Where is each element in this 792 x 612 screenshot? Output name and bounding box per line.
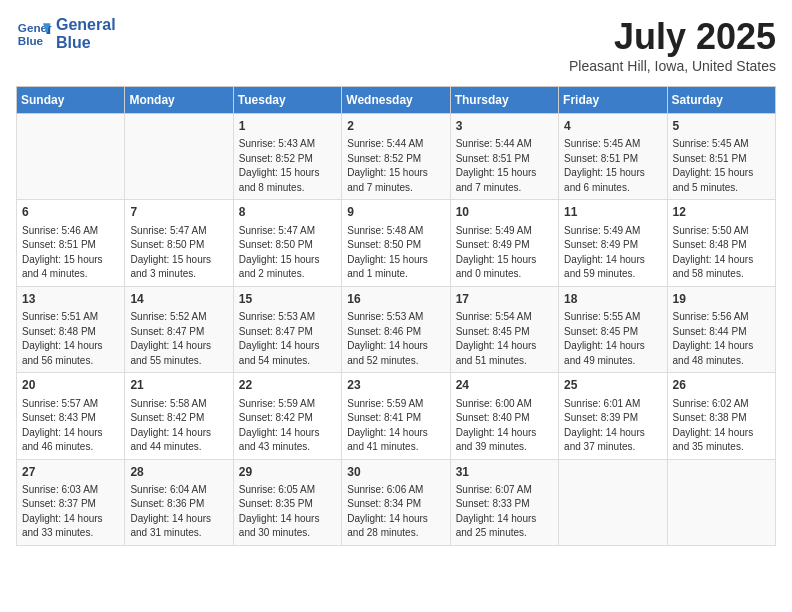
calendar-cell: 4Sunrise: 5:45 AM Sunset: 8:51 PM Daylig… [559,114,667,200]
day-number: 17 [456,291,553,308]
calendar-cell: 2Sunrise: 5:44 AM Sunset: 8:52 PM Daylig… [342,114,450,200]
calendar-week-row: 20Sunrise: 5:57 AM Sunset: 8:43 PM Dayli… [17,373,776,459]
cell-info: Sunrise: 6:04 AM Sunset: 8:36 PM Dayligh… [130,483,227,541]
weekday-header-wednesday: Wednesday [342,87,450,114]
cell-info: Sunrise: 5:59 AM Sunset: 8:42 PM Dayligh… [239,397,336,455]
calendar-cell: 24Sunrise: 6:00 AM Sunset: 8:40 PM Dayli… [450,373,558,459]
calendar-cell: 8Sunrise: 5:47 AM Sunset: 8:50 PM Daylig… [233,200,341,286]
calendar-cell: 21Sunrise: 5:58 AM Sunset: 8:42 PM Dayli… [125,373,233,459]
day-number: 4 [564,118,661,135]
calendar-cell: 6Sunrise: 5:46 AM Sunset: 8:51 PM Daylig… [17,200,125,286]
cell-info: Sunrise: 5:54 AM Sunset: 8:45 PM Dayligh… [456,310,553,368]
day-number: 18 [564,291,661,308]
calendar-cell: 19Sunrise: 5:56 AM Sunset: 8:44 PM Dayli… [667,286,775,372]
logo-blue: Blue [56,34,116,52]
calendar-cell: 28Sunrise: 6:04 AM Sunset: 8:36 PM Dayli… [125,459,233,545]
day-number: 14 [130,291,227,308]
svg-text:Blue: Blue [18,34,44,47]
calendar-cell: 3Sunrise: 5:44 AM Sunset: 8:51 PM Daylig… [450,114,558,200]
day-number: 3 [456,118,553,135]
cell-info: Sunrise: 6:07 AM Sunset: 8:33 PM Dayligh… [456,483,553,541]
cell-info: Sunrise: 6:02 AM Sunset: 8:38 PM Dayligh… [673,397,770,455]
day-number: 23 [347,377,444,394]
cell-info: Sunrise: 6:05 AM Sunset: 8:35 PM Dayligh… [239,483,336,541]
calendar-cell: 14Sunrise: 5:52 AM Sunset: 8:47 PM Dayli… [125,286,233,372]
calendar-cell: 1Sunrise: 5:43 AM Sunset: 8:52 PM Daylig… [233,114,341,200]
cell-info: Sunrise: 5:56 AM Sunset: 8:44 PM Dayligh… [673,310,770,368]
cell-info: Sunrise: 5:43 AM Sunset: 8:52 PM Dayligh… [239,137,336,195]
calendar-header: SundayMondayTuesdayWednesdayThursdayFrid… [17,87,776,114]
calendar-week-row: 13Sunrise: 5:51 AM Sunset: 8:48 PM Dayli… [17,286,776,372]
day-number: 27 [22,464,119,481]
weekday-header-row: SundayMondayTuesdayWednesdayThursdayFrid… [17,87,776,114]
cell-info: Sunrise: 6:03 AM Sunset: 8:37 PM Dayligh… [22,483,119,541]
cell-info: Sunrise: 5:57 AM Sunset: 8:43 PM Dayligh… [22,397,119,455]
weekday-header-tuesday: Tuesday [233,87,341,114]
cell-info: Sunrise: 5:49 AM Sunset: 8:49 PM Dayligh… [564,224,661,282]
day-number: 20 [22,377,119,394]
weekday-header-saturday: Saturday [667,87,775,114]
weekday-header-sunday: Sunday [17,87,125,114]
day-number: 10 [456,204,553,221]
cell-info: Sunrise: 6:06 AM Sunset: 8:34 PM Dayligh… [347,483,444,541]
cell-info: Sunrise: 5:48 AM Sunset: 8:50 PM Dayligh… [347,224,444,282]
day-number: 5 [673,118,770,135]
weekday-header-friday: Friday [559,87,667,114]
day-number: 9 [347,204,444,221]
calendar-cell: 30Sunrise: 6:06 AM Sunset: 8:34 PM Dayli… [342,459,450,545]
cell-info: Sunrise: 6:01 AM Sunset: 8:39 PM Dayligh… [564,397,661,455]
calendar-cell: 29Sunrise: 6:05 AM Sunset: 8:35 PM Dayli… [233,459,341,545]
calendar-cell: 17Sunrise: 5:54 AM Sunset: 8:45 PM Dayli… [450,286,558,372]
cell-info: Sunrise: 5:50 AM Sunset: 8:48 PM Dayligh… [673,224,770,282]
calendar-week-row: 1Sunrise: 5:43 AM Sunset: 8:52 PM Daylig… [17,114,776,200]
cell-info: Sunrise: 5:45 AM Sunset: 8:51 PM Dayligh… [673,137,770,195]
calendar-cell: 13Sunrise: 5:51 AM Sunset: 8:48 PM Dayli… [17,286,125,372]
calendar-cell: 25Sunrise: 6:01 AM Sunset: 8:39 PM Dayli… [559,373,667,459]
day-number: 12 [673,204,770,221]
calendar-cell: 18Sunrise: 5:55 AM Sunset: 8:45 PM Dayli… [559,286,667,372]
cell-info: Sunrise: 5:47 AM Sunset: 8:50 PM Dayligh… [239,224,336,282]
calendar-cell: 5Sunrise: 5:45 AM Sunset: 8:51 PM Daylig… [667,114,775,200]
calendar-cell [17,114,125,200]
cell-info: Sunrise: 5:52 AM Sunset: 8:47 PM Dayligh… [130,310,227,368]
calendar-cell: 23Sunrise: 5:59 AM Sunset: 8:41 PM Dayli… [342,373,450,459]
day-number: 22 [239,377,336,394]
cell-info: Sunrise: 5:47 AM Sunset: 8:50 PM Dayligh… [130,224,227,282]
location-subtitle: Pleasant Hill, Iowa, United States [569,58,776,74]
calendar-cell [559,459,667,545]
day-number: 1 [239,118,336,135]
calendar-cell: 31Sunrise: 6:07 AM Sunset: 8:33 PM Dayli… [450,459,558,545]
logo: General Blue General Blue [16,16,116,53]
day-number: 13 [22,291,119,308]
logo-general: General [56,16,116,34]
cell-info: Sunrise: 5:49 AM Sunset: 8:49 PM Dayligh… [456,224,553,282]
cell-info: Sunrise: 5:44 AM Sunset: 8:51 PM Dayligh… [456,137,553,195]
cell-info: Sunrise: 5:53 AM Sunset: 8:47 PM Dayligh… [239,310,336,368]
day-number: 25 [564,377,661,394]
calendar-cell: 22Sunrise: 5:59 AM Sunset: 8:42 PM Dayli… [233,373,341,459]
weekday-header-thursday: Thursday [450,87,558,114]
day-number: 8 [239,204,336,221]
logo-icon: General Blue [16,16,52,52]
cell-info: Sunrise: 5:45 AM Sunset: 8:51 PM Dayligh… [564,137,661,195]
calendar-week-row: 6Sunrise: 5:46 AM Sunset: 8:51 PM Daylig… [17,200,776,286]
day-number: 6 [22,204,119,221]
calendar-cell [125,114,233,200]
weekday-header-monday: Monday [125,87,233,114]
calendar-cell: 15Sunrise: 5:53 AM Sunset: 8:47 PM Dayli… [233,286,341,372]
cell-info: Sunrise: 5:46 AM Sunset: 8:51 PM Dayligh… [22,224,119,282]
day-number: 7 [130,204,227,221]
day-number: 30 [347,464,444,481]
day-number: 24 [456,377,553,394]
cell-info: Sunrise: 5:51 AM Sunset: 8:48 PM Dayligh… [22,310,119,368]
calendar-cell: 20Sunrise: 5:57 AM Sunset: 8:43 PM Dayli… [17,373,125,459]
day-number: 2 [347,118,444,135]
cell-info: Sunrise: 5:53 AM Sunset: 8:46 PM Dayligh… [347,310,444,368]
title-block: July 2025 Pleasant Hill, Iowa, United St… [569,16,776,74]
day-number: 29 [239,464,336,481]
day-number: 26 [673,377,770,394]
calendar-table: SundayMondayTuesdayWednesdayThursdayFrid… [16,86,776,546]
cell-info: Sunrise: 6:00 AM Sunset: 8:40 PM Dayligh… [456,397,553,455]
cell-info: Sunrise: 5:44 AM Sunset: 8:52 PM Dayligh… [347,137,444,195]
calendar-cell: 12Sunrise: 5:50 AM Sunset: 8:48 PM Dayli… [667,200,775,286]
